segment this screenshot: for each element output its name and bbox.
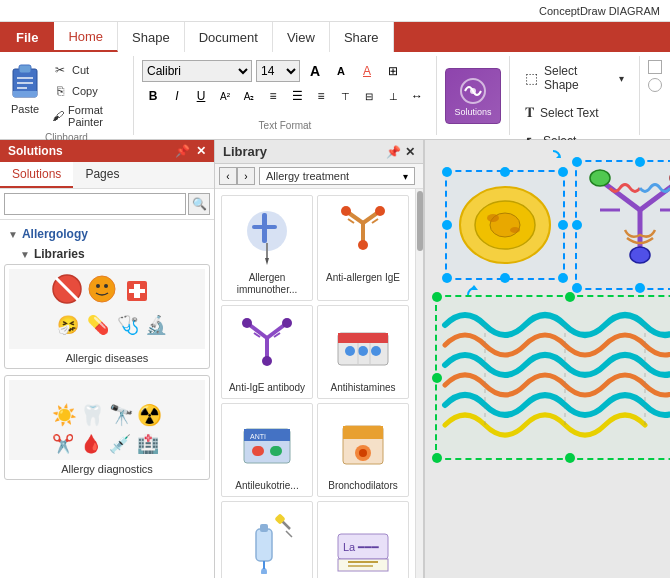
lib-item-allergen-immunother-label: Allergen immunother...	[226, 272, 308, 296]
svg-text:☀️: ☀️	[52, 403, 77, 427]
lib-item-antihistamines[interactable]: Antihistamines	[317, 305, 409, 399]
library-header-icons: 📌 ✕	[386, 145, 415, 159]
lib-item-8[interactable]: La ━━━	[317, 501, 409, 578]
rotate-icon-svg	[465, 285, 485, 305]
subscript-button[interactable]: A₂	[238, 85, 260, 107]
svg-point-45	[282, 318, 292, 328]
checkbox-2[interactable]	[648, 78, 662, 92]
copy-icon: ⎘	[52, 83, 68, 99]
library-pin-icon[interactable]: 📌	[386, 145, 401, 159]
tree-item-allergology[interactable]: ▼ Allergology	[4, 224, 210, 244]
select-shape-label: Select Shape	[544, 64, 613, 92]
svg-line-39	[348, 219, 354, 223]
allergen-immunother-svg	[232, 203, 302, 268]
svg-point-68	[261, 568, 267, 574]
app-title: ConceptDraw DIAGRAM	[539, 5, 660, 17]
underline-button[interactable]: U	[190, 85, 212, 107]
select-shape-dropdown-icon: ▾	[619, 73, 624, 84]
library-card-allergy-diagnostics[interactable]: ☀️ 🦷 🔭 ☢️ ✂️ 🩸 💉 🏥 Allergy diagnostics	[4, 375, 210, 480]
align-top-button[interactable]: ⊤	[334, 85, 356, 107]
paste-icon	[9, 61, 41, 101]
font-size-select[interactable]: 14 8 10 12 16 18	[256, 60, 300, 82]
tree-label-libraries: Libraries	[34, 247, 85, 261]
file-button[interactable]: File	[0, 22, 54, 52]
format-painter-label: Format Painter	[68, 104, 121, 128]
tab-pages[interactable]: Pages	[73, 162, 131, 188]
svg-point-36	[341, 206, 351, 216]
align-right-button[interactable]: ≡	[310, 85, 332, 107]
library-forward-button[interactable]: ›	[237, 167, 255, 185]
solutions-button[interactable]: Solutions	[445, 68, 501, 124]
cut-icon: ✂	[52, 62, 68, 78]
font-name-select[interactable]: Calibri Arial Times New Roman	[142, 60, 252, 82]
menu-tab-shape[interactable]: Shape	[118, 22, 185, 52]
library-card-allergic-diseases[interactable]: 🤧 💊 🩺 🔬 Allergic diseases	[4, 264, 210, 369]
select-text-button[interactable]: 𝐓 Select Text	[518, 100, 631, 125]
svg-point-52	[358, 346, 368, 356]
lib-item-anti-allergen-ige[interactable]: Anti-allergen IgE	[317, 195, 409, 301]
menu-tab-home[interactable]: Home	[54, 22, 118, 52]
library-path-dropdown[interactable]: ▾	[403, 171, 408, 182]
svg-line-40	[372, 219, 378, 223]
solutions-panel-tabs: Solutions Pages	[0, 162, 214, 189]
library-panel: Library 📌 ✕ ‹ › Allergy treatment ▾	[215, 140, 424, 578]
lib-item-allergen-immunother[interactable]: Allergen immunother...	[221, 195, 313, 301]
lib-item-dropper[interactable]	[221, 501, 313, 578]
italic-button[interactable]: I	[166, 85, 188, 107]
solutions-search-input[interactable]	[4, 193, 186, 215]
paste-button[interactable]: Paste	[8, 60, 42, 116]
checkbox-item-1	[648, 60, 662, 74]
svg-text:💊: 💊	[87, 314, 110, 336]
library-scrollbar[interactable]	[415, 189, 423, 578]
font-shrink-button[interactable]: A	[330, 60, 352, 82]
more-font-button[interactable]: ⊞	[382, 60, 404, 82]
lib-item-anti-ige-antibody[interactable]: Anti-IgE antibody	[221, 305, 313, 399]
align-middle-button[interactable]: ⊟	[358, 85, 380, 107]
svg-text:🏥: 🏥	[137, 433, 160, 455]
tree-item-libraries[interactable]: ▼ Libraries	[4, 244, 210, 264]
solutions-close-icon[interactable]: ✕	[196, 144, 206, 158]
library-back-button[interactable]: ‹	[219, 167, 237, 185]
tab-solutions[interactable]: Solutions	[0, 162, 73, 188]
svg-rect-66	[260, 524, 268, 532]
tree-arrow-allergology: ▼	[8, 229, 18, 240]
cut-button[interactable]: ✂ Cut	[48, 60, 125, 80]
solutions-pin-icon[interactable]: 📌	[175, 144, 190, 158]
bold-button[interactable]: B	[142, 85, 164, 107]
ribbon: Paste ✂ Cut ⎘ Copy 🖌 Format Painter Clip…	[0, 52, 670, 140]
cell-shape-svg	[445, 170, 565, 280]
menu-tab-share[interactable]: Share	[330, 22, 394, 52]
format-painter-button[interactable]: 🖌 Format Painter	[48, 102, 125, 130]
solutions-search-button[interactable]: 🔍	[188, 193, 210, 215]
lib-item-bronchodilators[interactable]: Bronchodilators	[317, 403, 409, 497]
menu-tab-view[interactable]: View	[273, 22, 330, 52]
canvas-area[interactable]	[425, 140, 670, 578]
font-color-button[interactable]: A	[356, 60, 378, 82]
font-grow-button[interactable]: A	[304, 60, 326, 82]
anti-allergen-svg	[328, 203, 398, 268]
lib-item-antileukotriene[interactable]: ANTI Antileukotrie...	[221, 403, 313, 497]
more-align-button[interactable]: ↔	[406, 85, 428, 107]
main-content: Solutions 📌 ✕ Solutions Pages 🔍 ▼ Allerg…	[0, 140, 670, 578]
solutions-panel-title: Solutions	[8, 144, 63, 158]
align-left-button[interactable]: ≡	[262, 85, 284, 107]
library-close-icon[interactable]: ✕	[405, 145, 415, 159]
menu-tabs: Home Shape Document View Share	[54, 22, 393, 52]
library-card-allergy-diagnostics-label: Allergy diagnostics	[9, 463, 205, 475]
lib-item-anti-allergen-ige-img	[323, 200, 403, 270]
antihistamines-svg	[328, 313, 398, 378]
svg-text:🔬: 🔬	[145, 314, 167, 336]
svg-rect-50	[338, 333, 388, 343]
select-shape-button[interactable]: ⬚ Select Shape ▾	[518, 60, 631, 96]
library-header-left: Library	[223, 144, 267, 159]
menu-tab-document[interactable]: Document	[185, 22, 273, 52]
align-bottom-button[interactable]: ⊥	[382, 85, 404, 107]
anti-ige-svg	[232, 313, 302, 378]
canvas-rotation-icon	[465, 285, 485, 308]
lib-item-dropper-img	[227, 506, 307, 576]
tree-label-allergology: Allergology	[22, 227, 88, 241]
align-center-button[interactable]: ☰	[286, 85, 308, 107]
superscript-button[interactable]: A²	[214, 85, 236, 107]
checkbox-1[interactable]	[648, 60, 662, 74]
copy-button[interactable]: ⎘ Copy	[48, 81, 125, 101]
